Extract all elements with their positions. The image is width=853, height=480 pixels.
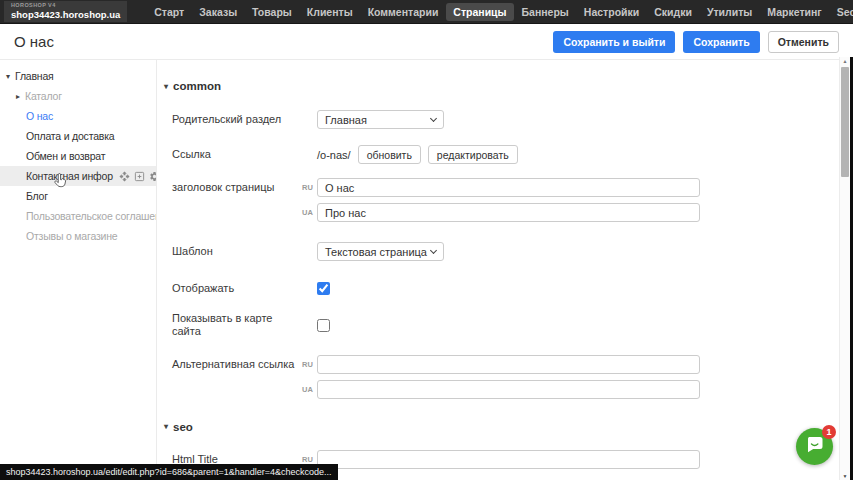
link-status-tooltip: shop34423.horoshop.ua/edit/edit.php?id=6…: [0, 464, 338, 480]
sidebar-item-label: Каталог: [25, 90, 62, 102]
section-seo[interactable]: ▾ seo: [164, 421, 853, 433]
parent-section-select[interactable]: Главная: [317, 110, 444, 129]
chevron-down-icon[interactable]: ▾: [6, 72, 15, 81]
sidebar-item-oplata-dostavka[interactable]: Оплата и доставка: [0, 126, 156, 146]
section-seo-title: seo: [173, 421, 193, 433]
chevron-down-icon: ▾: [164, 422, 168, 431]
sidebar-item-label: Отзывы о магазине: [26, 230, 117, 242]
chevron-right-icon[interactable]: ▸: [16, 92, 25, 101]
menu-item-comments[interactable]: Комментарии: [361, 3, 446, 21]
sidebar-item-o-nas[interactable]: О нас: [0, 106, 156, 126]
alt-link-ru-input[interactable]: [317, 355, 700, 374]
menu-item-products[interactable]: Товары: [245, 3, 299, 21]
lang-tag-ua: UA: [302, 208, 315, 217]
save-button[interactable]: Сохранить: [683, 31, 759, 53]
chat-widget-button[interactable]: 1: [796, 428, 833, 465]
page-title-ru-input[interactable]: [317, 178, 700, 197]
sidebar-item-label: Блог: [26, 190, 48, 202]
chevron-down-icon: [430, 247, 437, 254]
add-page-icon[interactable]: [134, 171, 145, 182]
parent-section-value: Главная: [325, 114, 367, 126]
move-icon[interactable]: [119, 171, 130, 182]
menu-item-discounts[interactable]: Скидки: [647, 3, 699, 21]
scroll-up-icon[interactable]: ▲: [840, 58, 850, 64]
sidebar-item-katalog[interactable]: ▸ Каталог: [0, 86, 156, 106]
scroll-down-icon[interactable]: ▼: [840, 473, 850, 479]
html-title-ru-input[interactable]: [317, 450, 700, 469]
sidebar-item-label: О нас: [26, 110, 53, 122]
page-title: О нас: [14, 33, 54, 50]
section-common[interactable]: ▾ common: [164, 80, 853, 92]
logo-domain: shop34423.horoshop.ua: [11, 10, 120, 20]
refresh-link-button[interactable]: обновить: [358, 145, 421, 164]
display-label: Отображать: [172, 282, 302, 295]
chat-unread-badge: 1: [822, 425, 836, 439]
section-common-title: common: [173, 80, 221, 92]
logo[interactable]: HOROSHOP V4 shop34423.horoshop.ua: [4, 1, 127, 22]
sidebar-item-soglashenie[interactable]: Пользовательское соглашение: [0, 206, 156, 226]
page-title-ua-input[interactable]: [317, 203, 700, 222]
menu-item-pages[interactable]: Страницы: [446, 3, 513, 21]
menu-item-clients[interactable]: Клиенты: [300, 3, 360, 21]
menu-item-settings[interactable]: Настройки: [577, 3, 646, 21]
cancel-button[interactable]: Отменить: [768, 31, 839, 53]
alt-link-label: Альтернативная ссылка: [172, 355, 302, 371]
parent-section-label: Родительский раздел: [172, 110, 302, 126]
alt-link-ua-input[interactable]: [317, 380, 700, 399]
sidebar-item-label: Главная: [15, 70, 54, 82]
main-menu: Старт Заказы Товары Клиенты Комментарии …: [147, 3, 853, 21]
sitemap-label: Показывать в карте сайта: [172, 312, 302, 338]
page-edit-form: ▾ common Родительский раздел Главная Ссы…: [157, 60, 853, 480]
link-path-value: /o-nas/: [317, 149, 351, 161]
sitemap-checkbox[interactable]: [317, 319, 330, 332]
sidebar-item-blog[interactable]: Блог: [0, 186, 156, 206]
pages-tree-sidebar: ▾ Главная ▸ Каталог О нас Оплата и доста…: [0, 60, 157, 480]
lang-tag-ua: UA: [302, 385, 315, 394]
settings-gear-icon[interactable]: [149, 171, 156, 182]
lang-tag-ru: RU: [302, 183, 315, 192]
lang-tag-ru: RU: [302, 360, 315, 369]
sidebar-item-label: Контактная инфор: [26, 170, 113, 182]
sidebar-item-glavnaya[interactable]: ▾ Главная: [0, 66, 156, 86]
template-select[interactable]: Текстовая страница: [317, 242, 444, 261]
lang-tag-ru: RU: [302, 455, 315, 464]
scrollbar-thumb[interactable]: [841, 67, 849, 177]
save-exit-button[interactable]: Сохранить и выйти: [553, 31, 675, 53]
chevron-down-icon: [430, 115, 437, 122]
template-value: Текстовая страница: [325, 246, 427, 258]
logo-version: HOROSHOP V4: [11, 3, 120, 9]
menu-item-seo[interactable]: Seo: [830, 3, 853, 21]
menu-item-utilities[interactable]: Утилиты: [700, 3, 759, 21]
sidebar-item-label: Обмен и возврат: [26, 150, 105, 162]
sidebar-item-label: Оплата и доставка: [26, 130, 114, 142]
menu-item-orders[interactable]: Заказы: [192, 3, 244, 21]
scrollbar: ▲ ▼: [839, 57, 850, 480]
chat-bubble-icon: [805, 436, 824, 457]
menu-item-start[interactable]: Старт: [147, 3, 191, 21]
sidebar-item-label: Пользовательское соглашение: [26, 210, 156, 222]
page-title-label: заголовок страницы: [172, 178, 302, 194]
topbar: HOROSHOP V4 shop34423.horoshop.ua Старт …: [0, 0, 853, 24]
chevron-down-icon: ▾: [164, 82, 168, 91]
display-checkbox[interactable]: [317, 282, 330, 295]
menu-item-banners[interactable]: Баннеры: [515, 3, 576, 21]
sidebar-item-otzyvy[interactable]: Отзывы о магазине: [0, 226, 156, 246]
menu-item-marketing[interactable]: Маркетинг: [760, 3, 828, 21]
sidebar-item-obmen-vozvrat[interactable]: Обмен и возврат: [0, 146, 156, 166]
template-label: Шаблон: [172, 242, 302, 258]
sidebar-item-kontaktnaya-infor[interactable]: Контактная инфор: [0, 166, 156, 186]
edit-link-button[interactable]: редактировать: [428, 145, 518, 164]
link-label: Ссылка: [172, 145, 302, 161]
page-header: О нас Сохранить и выйти Сохранить Отмени…: [0, 24, 853, 60]
